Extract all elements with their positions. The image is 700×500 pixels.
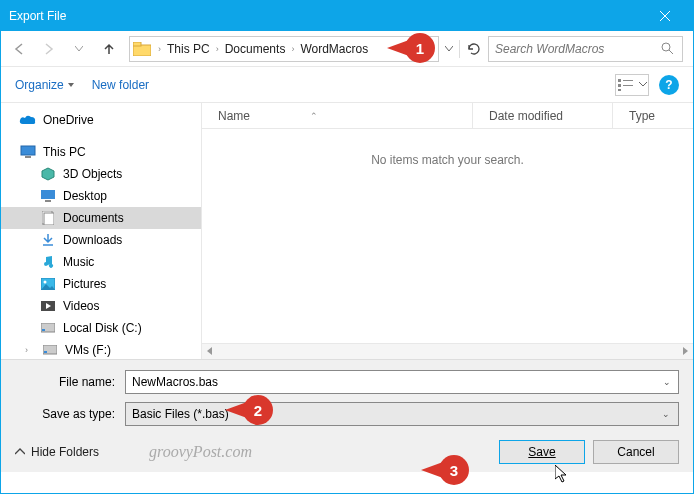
tree-videos[interactable]: Videos [1,295,201,317]
saveastype-dropdown[interactable]: Basic Files (*.bas) ⌄ [125,402,679,426]
svg-rect-7 [623,80,633,81]
breadcrumb-wordmacros[interactable]: WordMacros [298,42,370,56]
file-list: Name⌃ Date modified Type No items match … [201,103,693,359]
close-button[interactable] [645,1,685,31]
music-icon [39,254,57,270]
refresh-group [445,40,482,58]
breadcrumb-thispc[interactable]: This PC [165,42,212,56]
organize-button[interactable]: Organize [15,78,74,92]
svg-point-4 [662,43,670,51]
close-icon [660,11,671,22]
chevron-right-icon: › [158,44,161,54]
save-button[interactable]: Save [499,440,585,464]
documents-icon [39,210,57,226]
body-area: OneDrive This PC 3D Objects Desktop Docu… [1,103,693,359]
tree-downloads[interactable]: Downloads [1,229,201,251]
svg-rect-2 [133,45,151,56]
saveastype-value: Basic Files (*.bas) [132,407,229,421]
tree-onedrive[interactable]: OneDrive [1,109,201,131]
svg-rect-11 [21,146,35,155]
col-type[interactable]: Type [613,103,693,128]
hide-folders-button[interactable]: Hide Folders [15,445,99,459]
hide-folders-label: Hide Folders [31,445,99,459]
svg-rect-6 [618,79,621,82]
chevron-down-icon [639,82,647,87]
svg-rect-10 [618,89,621,91]
tree-pictures[interactable]: Pictures [1,273,201,295]
help-button[interactable]: ? [659,75,679,95]
navbar: › This PC › Documents › WordMacros [1,31,693,67]
cloud-icon [19,112,37,128]
svg-rect-8 [618,84,621,87]
tree-desktop[interactable]: Desktop [1,185,201,207]
recent-dropdown[interactable] [65,35,93,63]
chevron-down-icon[interactable]: ⌄ [663,377,671,387]
svg-rect-16 [44,213,54,225]
cursor-icon [555,465,571,485]
back-button[interactable] [5,35,33,63]
cancel-button[interactable]: Cancel [593,440,679,464]
tree-documents[interactable]: Documents [1,207,201,229]
column-headers: Name⌃ Date modified Type [202,103,693,129]
watermark: groovyPost.com [149,443,252,461]
up-arrow-icon [101,41,117,57]
separator [459,40,460,58]
export-file-dialog: Export File › This PC › Documents › Word… [0,0,694,494]
toolbar: Organize New folder ? [1,67,693,103]
chevron-down-icon [75,46,83,52]
tree-label: Music [63,255,94,269]
horizontal-scrollbar[interactable] [202,343,693,359]
svg-rect-13 [41,190,55,199]
tree-thispc[interactable]: This PC [1,141,201,163]
chevron-down-icon: ⌄ [662,409,670,419]
tree-label: This PC [43,145,86,159]
desktop-icon [39,188,57,204]
tree-label: VMs (F:) [65,343,111,357]
svg-rect-12 [25,156,31,158]
search-input[interactable] [495,42,660,56]
filename-input[interactable] [125,370,679,394]
drive-icon [41,342,59,358]
tree-label: Pictures [63,277,106,291]
folder-tree[interactable]: OneDrive This PC 3D Objects Desktop Docu… [1,103,201,359]
list-view-icon [618,79,636,91]
folder-icon [132,39,152,59]
tree-vms[interactable]: ›VMs (F:) [1,339,201,359]
callout-3: 3 [421,455,469,485]
sort-indicator-icon: ⌃ [310,111,318,121]
svg-rect-14 [45,200,51,202]
chevron-right-icon: › [291,44,294,54]
chevron-up-icon [15,448,25,456]
new-folder-button[interactable]: New folder [92,78,149,92]
filename-label: File name: [15,375,125,389]
search-box[interactable] [488,36,683,62]
forward-button[interactable] [35,35,63,63]
svg-rect-3 [133,42,141,46]
pictures-icon [39,276,57,292]
refresh-icon[interactable] [466,41,482,57]
col-date[interactable]: Date modified [473,103,613,128]
tree-3dobjects[interactable]: 3D Objects [1,163,201,185]
svg-rect-22 [42,329,45,331]
cube-icon [39,166,57,182]
tree-localdisk[interactable]: Local Disk (C:) [1,317,201,339]
tree-label: Desktop [63,189,107,203]
svg-point-19 [44,281,47,284]
chevron-right-icon: › [216,44,219,54]
breadcrumb-documents[interactable]: Documents [223,42,288,56]
videos-icon [39,298,57,314]
search-icon [660,41,676,57]
expand-icon[interactable]: › [25,345,35,355]
bottom-panel: File name: ⌄ Save as type: Basic Files (… [1,359,693,472]
tree-label: Downloads [63,233,122,247]
up-button[interactable] [95,35,123,63]
download-icon [39,232,57,248]
tree-label: OneDrive [43,113,94,127]
tree-music[interactable]: Music [1,251,201,273]
back-arrow-icon [11,41,27,57]
view-options-button[interactable] [615,74,649,96]
chevron-down-icon[interactable] [445,46,453,52]
col-name[interactable]: Name⌃ [202,103,473,128]
tree-label: 3D Objects [63,167,122,181]
tree-label: Videos [63,299,99,313]
